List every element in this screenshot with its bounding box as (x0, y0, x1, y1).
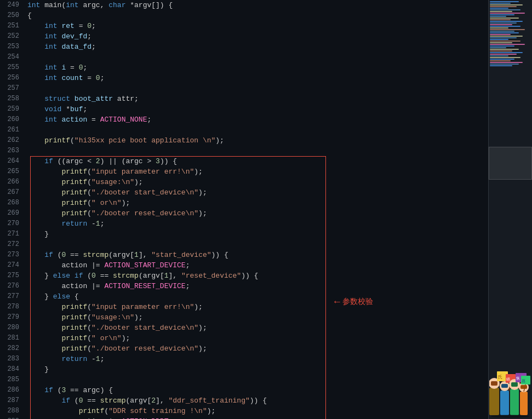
plain-token: ( (53, 251, 62, 259)
code-line: 274 action |= ACTION_START_DEVICE; (0, 260, 488, 271)
kw-token: else (53, 272, 70, 280)
code-line: 288 printf("DDR soft training !\n"); (0, 406, 488, 416)
minimap-line (490, 57, 520, 58)
fn-token: printf (61, 303, 87, 311)
plain-token: argc, (79, 1, 109, 9)
plain-token (27, 397, 61, 405)
str-token: "./booter reset_device\n" (91, 209, 198, 217)
fn-token: strcmp (83, 251, 108, 259)
minimap-line (490, 6, 517, 7)
line-content: action |= ACTION_START_DEVICE; (25, 260, 488, 271)
minimap-line (490, 36, 523, 37)
str-token: "start_device" (151, 251, 211, 259)
line-content: printf(" or\n"); (25, 198, 488, 208)
line-number: 275 (0, 271, 25, 281)
line-content: int count = 0; (25, 73, 488, 83)
plain-token: (argv[ (125, 397, 151, 405)
minimap-line (490, 60, 511, 61)
fn-token: printf (61, 188, 87, 197)
num-token: 3 (156, 157, 160, 165)
kw-token: if (61, 397, 70, 405)
line-content: } else if (0 == strcmp(argv[1], "reset_d… (25, 271, 488, 281)
plain-token: ((argc < (53, 157, 96, 165)
plain-token (27, 22, 44, 30)
plain-token: ); (122, 334, 130, 342)
code-line: 284 } (0, 364, 488, 375)
plain-token: } (27, 230, 49, 238)
line-content: printf("./booter start_device\n"); (25, 187, 488, 198)
svg-text:愿: 愿 (522, 379, 525, 383)
kw-token: if (44, 157, 53, 165)
kw-token: void (44, 105, 61, 113)
code-line: 279 printf("usage:\n"); (0, 312, 488, 323)
line-content: printf("./booter start_device\n"); (25, 323, 488, 333)
line-number: 278 (0, 302, 25, 312)
line-content: return -1; (25, 354, 488, 364)
plain-token: ); (215, 136, 224, 145)
plain-token: ( (53, 386, 62, 394)
kw-token: return (61, 355, 87, 363)
code-line: 276 action |= ACTION_RESET_DEVICE; (0, 281, 488, 291)
code-line: 254 (0, 52, 488, 62)
line-number: 288 (0, 406, 25, 416)
line-content: int action = ACTION_NONE; (25, 114, 488, 125)
plain-token (27, 209, 61, 217)
plain-token (27, 220, 61, 228)
plain-token: } (27, 365, 49, 374)
plain-token: ); (198, 209, 207, 217)
line-number: 274 (0, 260, 25, 271)
plain-token: ( (87, 313, 91, 322)
line-number: 283 (0, 354, 25, 364)
plain-token: = (66, 64, 78, 72)
line-content: } else { (25, 291, 488, 302)
kw-token: int (44, 64, 57, 72)
minimap-line (490, 41, 520, 42)
line-content: action |= ACTION_RESET_DEVICE; (25, 281, 488, 291)
line-number: 282 (0, 343, 25, 354)
minimap-line (490, 16, 506, 17)
fn-token: printf (61, 334, 87, 342)
line-number: 263 (0, 146, 25, 156)
minimap-line (490, 9, 520, 10)
plain-token: (argv[ (108, 251, 134, 259)
plain-token (27, 116, 44, 124)
minimap-line (490, 22, 517, 24)
plain-token: action |= (27, 261, 104, 269)
fn-token: printf (61, 324, 87, 332)
line-content: int i = 0; (25, 62, 488, 73)
str-token: "./booter reset_device\n" (91, 345, 198, 353)
plain-token (27, 157, 44, 165)
var-token: data_fd (61, 43, 91, 51)
line-content: printf("input parameter err!\n"); (25, 167, 488, 177)
line-content: if ((argc < 2) || (argc > 3)) { (25, 156, 488, 167)
fn-token: printf (61, 178, 87, 186)
plain-token: = (83, 74, 95, 82)
plain-token: ], (139, 251, 151, 259)
viewport-indicator[interactable] (489, 147, 532, 180)
line-number: 265 (0, 167, 25, 177)
minimap-line (490, 11, 512, 12)
code-line: 286 if (3 == argc) { (0, 385, 488, 395)
annotation-marker: ← 参数校验 (334, 296, 373, 307)
minimap[interactable]: 氏 晒 恢 愿 (488, 0, 532, 419)
code-line: 271 } (0, 229, 488, 239)
var-token: ret (61, 22, 74, 30)
plain-token: )) { (211, 251, 228, 259)
minimap-line (490, 55, 508, 56)
plain-token: ( (70, 136, 75, 145)
line-number: 286 (0, 385, 25, 395)
line-content: printf("./booter reset_device\n"); (25, 208, 488, 219)
code-line: 285 (0, 375, 488, 385)
code-line: 283 return -1; (0, 354, 488, 364)
kw-token: else (53, 292, 70, 301)
minimap-line (490, 50, 512, 51)
str-token: "hi35xx pcie boot application \n" (75, 136, 215, 145)
str-token: "DDR soft training !\n" (108, 407, 207, 415)
minimap-line (490, 65, 512, 66)
line-content: if (0 == strcmp(argv[1], "start_device")… (25, 250, 488, 260)
plain-token: ); (122, 199, 130, 207)
code-editor: 249int main(int argc, char *argv[]) {250… (0, 0, 488, 419)
code-line: 257 (0, 83, 488, 94)
minimap-line (490, 42, 512, 43)
code-line: 259 void *buf; (0, 104, 488, 114)
